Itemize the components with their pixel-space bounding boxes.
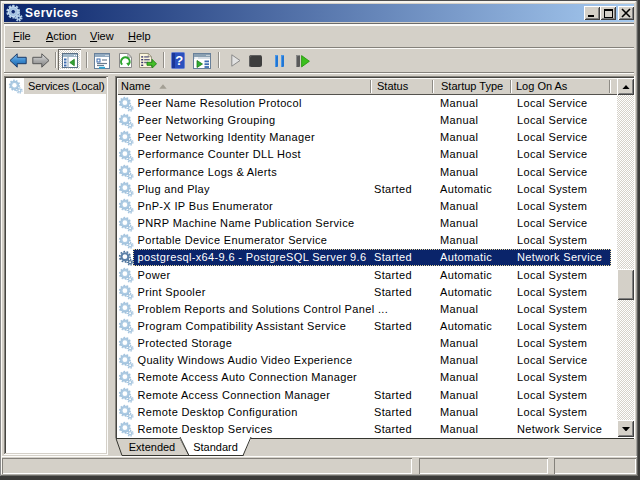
svg-text:Standard: Standard bbox=[193, 441, 238, 453]
svg-text:?: ? bbox=[175, 53, 183, 68]
svg-text:Extended: Extended bbox=[129, 441, 175, 453]
